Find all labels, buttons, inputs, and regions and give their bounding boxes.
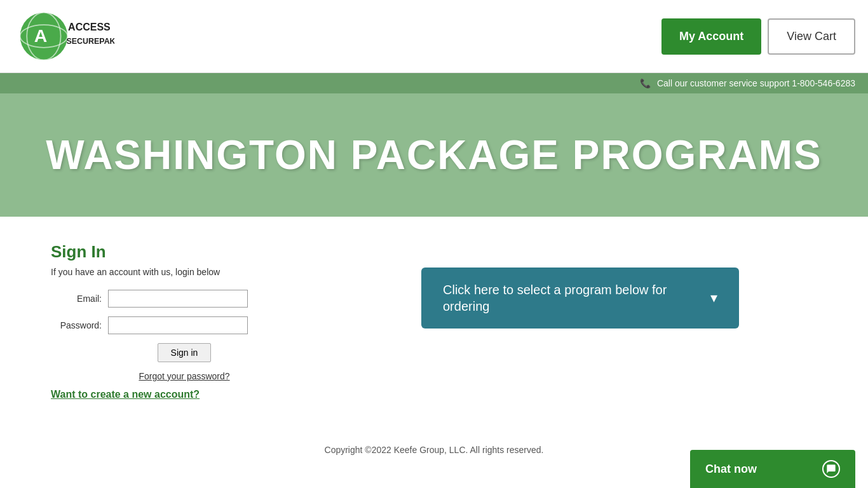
chat-widget[interactable]: Chat now	[690, 450, 855, 488]
header: A ACCESS SECUREPAK ® My Account View Car…	[0, 0, 868, 73]
forgot-password-link[interactable]: Forgot your password?	[51, 371, 318, 381]
email-input[interactable]	[108, 290, 248, 308]
svg-text:ACCESS: ACCESS	[68, 22, 111, 32]
signin-section: Sign In If you have an account with us, …	[51, 242, 318, 400]
chat-bubble-icon	[822, 460, 840, 478]
logo: A ACCESS SECUREPAK ®	[13, 8, 114, 65]
email-form-group: Email:	[51, 290, 318, 308]
service-banner-text: Call our customer service support 1-800-…	[657, 78, 855, 88]
program-section: Click here to select a program below for…	[343, 242, 817, 329]
signin-heading: Sign In	[51, 242, 318, 262]
create-account-link[interactable]: Want to create a new account?	[51, 389, 318, 400]
password-input[interactable]	[108, 316, 248, 334]
signin-subtitle: If you have an account with us, login be…	[51, 267, 318, 277]
service-banner: 📞 Call our customer service support 1-80…	[0, 73, 868, 93]
header-buttons: My Account View Cart	[661, 18, 855, 55]
signin-button[interactable]: Sign in	[158, 343, 212, 362]
password-label: Password:	[51, 320, 102, 330]
phone-icon: 📞	[640, 78, 651, 88]
logo-area: A ACCESS SECUREPAK ®	[13, 8, 114, 65]
email-label: Email:	[51, 294, 102, 304]
main-content: Sign In If you have an account with us, …	[0, 217, 868, 426]
select-program-button[interactable]: Click here to select a program below for…	[421, 268, 739, 329]
page-title: WASHINGTON PACKAGE PROGRAMS	[13, 132, 855, 179]
chat-label: Chat now	[705, 463, 757, 476]
select-program-label: Click here to select a program below for…	[443, 281, 700, 315]
view-cart-button[interactable]: View Cart	[768, 18, 855, 55]
password-form-group: Password:	[51, 316, 318, 334]
hero-section: WASHINGTON PACKAGE PROGRAMS	[0, 93, 868, 217]
svg-text:A: A	[34, 25, 48, 46]
svg-text:SECUREPAK: SECUREPAK	[66, 37, 114, 46]
chevron-down-icon: ▾	[710, 289, 717, 308]
my-account-button[interactable]: My Account	[661, 18, 761, 55]
